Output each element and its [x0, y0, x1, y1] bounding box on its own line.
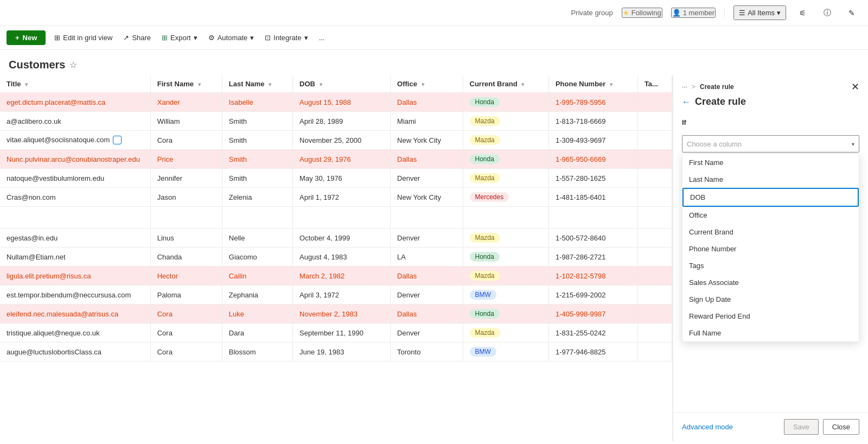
plus-icon: + — [15, 34, 20, 42]
dropdown-item[interactable]: Office — [682, 207, 859, 224]
table-row[interactable]: ligula.elit.pretium@risus.caHectorCailin… — [0, 267, 672, 286]
brand-badge: BMW — [470, 347, 496, 357]
favorite-star-icon[interactable]: ☆ — [69, 60, 77, 70]
more-icon: ... — [319, 34, 325, 42]
breadcrumb-dots: ··· — [682, 83, 687, 91]
edit-button[interactable]: ✎ — [844, 7, 859, 20]
col-office[interactable]: Office ▾ — [391, 75, 463, 93]
main-content: Title ▾ First Name ▾ Last Name ▾ DOB ▾ O… — [0, 75, 868, 441]
table-row[interactable]: natoque@vestibulumlorem.eduJenniferSmith… — [0, 169, 672, 188]
table-cell: Giacomo — [222, 248, 292, 267]
members-button[interactable]: 👤 1 member — [671, 8, 716, 18]
table-cell: Xander — [150, 93, 222, 112]
dropdown-item[interactable]: Sign Up Date — [682, 291, 859, 308]
column-dropdown[interactable]: Choose a column ▾ — [682, 135, 859, 153]
table-cell: LA — [391, 248, 463, 267]
col-title[interactable]: Title ▾ — [0, 75, 150, 93]
table-row[interactable]: Nunc.pulvinar.arcu@conubianostraper.eduP… — [0, 150, 672, 169]
share-button[interactable]: ↗ Share — [119, 31, 155, 44]
table-cell: Honda — [463, 305, 548, 324]
close-panel-button[interactable]: Close — [823, 419, 859, 435]
new-button[interactable]: + New — [7, 30, 46, 45]
sort-icon: ▾ — [521, 81, 524, 87]
table-cell — [637, 131, 672, 150]
col-dob[interactable]: DOB ▾ — [293, 75, 391, 93]
col-current-brand[interactable]: Current Brand ▾ — [463, 75, 548, 93]
table-cell: November 25, 2000 — [293, 131, 391, 150]
table-cell — [637, 229, 672, 248]
table-cell: March 2, 1982 — [293, 267, 391, 286]
table-cell: Chanda — [150, 248, 222, 267]
panel-back-button[interactable]: ← — [682, 97, 691, 107]
table-cell: April 3, 1972 — [293, 286, 391, 305]
sort-icon: ▾ — [320, 81, 322, 87]
brand-badge: Honda — [470, 309, 500, 319]
table-header-row: Title ▾ First Name ▾ Last Name ▾ DOB ▾ O… — [0, 75, 672, 93]
dropdown-item[interactable]: Current Brand — [682, 224, 859, 240]
col-last-name[interactable]: Last Name ▾ — [222, 75, 292, 93]
filter-button[interactable]: ⚟ — [795, 7, 810, 20]
automate-button[interactable]: ⚙ Automate ▾ — [204, 31, 259, 44]
table-cell: Cora — [150, 324, 222, 342]
table-row[interactable]: Nullam@Etiam.netChandaGiacomoAugust 4, 1… — [0, 248, 672, 267]
panel-footer: Advanced mode Save Close — [673, 412, 868, 441]
col-tags[interactable]: Ta... — [637, 75, 672, 93]
table-cell: Honda — [463, 248, 548, 267]
table-cell: May 30, 1976 — [293, 169, 391, 188]
table-cell: eleifend.nec.malesuada@atrisus.ca — [0, 305, 150, 324]
dropdown-item[interactable]: Tags — [682, 257, 859, 274]
chat-icon[interactable] — [113, 136, 122, 144]
table-cell: August 4, 1983 — [293, 248, 391, 267]
col-phone-number[interactable]: Phone Number ▾ — [548, 75, 637, 93]
table-cell: April 1, 1972 — [293, 188, 391, 207]
following-button[interactable]: ★ Following — [622, 8, 662, 18]
col-first-name[interactable]: First Name ▾ — [150, 75, 222, 93]
edit-grid-button[interactable]: ⊞ Edit in grid view — [50, 31, 117, 44]
table-row[interactable]: egestas@in.eduLinusNelleOctober 4, 1999D… — [0, 229, 672, 248]
dropdown-item[interactable]: First Name — [682, 154, 859, 171]
dropdown-item[interactable]: Phone Number — [682, 240, 859, 257]
dropdown-item[interactable]: Reward Period End — [682, 308, 859, 325]
brand-badge: BMW — [470, 290, 496, 300]
table-row[interactable]: augue@luctuslobortisClass.caCoraBlossomJ… — [0, 342, 672, 361]
table-cell: est.tempor.bibendum@neccursusa.com — [0, 286, 150, 305]
if-label: If — [682, 118, 859, 126]
table-cell: New York City — [391, 131, 463, 150]
table-row[interactable]: Cras@non.comJasonZeleniaApril 1, 1972New… — [0, 188, 672, 207]
sort-icon: ▾ — [422, 81, 424, 87]
table-cell: Dallas — [391, 150, 463, 169]
info-button[interactable]: ⓘ — [819, 6, 835, 20]
table-row[interactable]: vitae.aliquet@sociisnatoque.comCoraSmith… — [0, 131, 672, 150]
dropdown-item[interactable]: Full Name — [682, 325, 859, 341]
table-cell: New York City — [391, 188, 463, 207]
table-cell — [637, 248, 672, 267]
table-row[interactable]: tristique.aliquet@neque.co.ukCoraDaraSep… — [0, 324, 672, 342]
more-button[interactable]: ... — [315, 31, 329, 44]
table-row[interactable]: eget.dictum.placerat@mattis.caXanderIsab… — [0, 93, 672, 112]
table-cell: Mazda — [463, 131, 548, 150]
sort-icon: ▾ — [610, 81, 612, 87]
advanced-mode-link[interactable]: Advanced mode — [682, 423, 733, 431]
integrate-button[interactable]: ⊡ Integrate ▾ — [260, 31, 312, 44]
top-bar: Private group ★ Following 👤 1 member ☰ A… — [0, 0, 868, 26]
table-cell: October 4, 1999 — [293, 229, 391, 248]
table-cell: vitae.aliquet@sociisnatoque.com — [0, 131, 150, 150]
integrate-chevron-icon: ▾ — [304, 34, 308, 42]
all-items-button[interactable]: ☰ All Items ▾ — [733, 5, 786, 20]
table-row[interactable]: a@aclibero.co.ukWilliamSmithApril 28, 19… — [0, 112, 672, 131]
dropdown-item[interactable]: DOB — [682, 188, 859, 207]
save-button[interactable]: Save — [784, 419, 819, 435]
dropdown-item[interactable]: Sales Associate — [682, 274, 859, 291]
table-cell: 1-500-572-8640 — [548, 229, 637, 248]
table-row[interactable]: est.tempor.bibendum@neccursusa.comPaloma… — [0, 286, 672, 305]
dropdown-item[interactable]: Last Name — [682, 171, 859, 188]
table-cell: BMW — [463, 342, 548, 361]
table-cell: Denver — [391, 229, 463, 248]
table-cell: Smith — [222, 169, 292, 188]
export-button[interactable]: ⊞ Export ▾ — [157, 31, 202, 44]
table-cell: Smith — [222, 150, 292, 169]
table-cell: egestas@in.edu — [0, 229, 150, 248]
table-row[interactable]: eleifend.nec.malesuada@atrisus.caCoraLuk… — [0, 305, 672, 324]
table-cell: 1-215-699-2002 — [548, 286, 637, 305]
panel-close-button[interactable]: ✕ — [851, 82, 859, 92]
